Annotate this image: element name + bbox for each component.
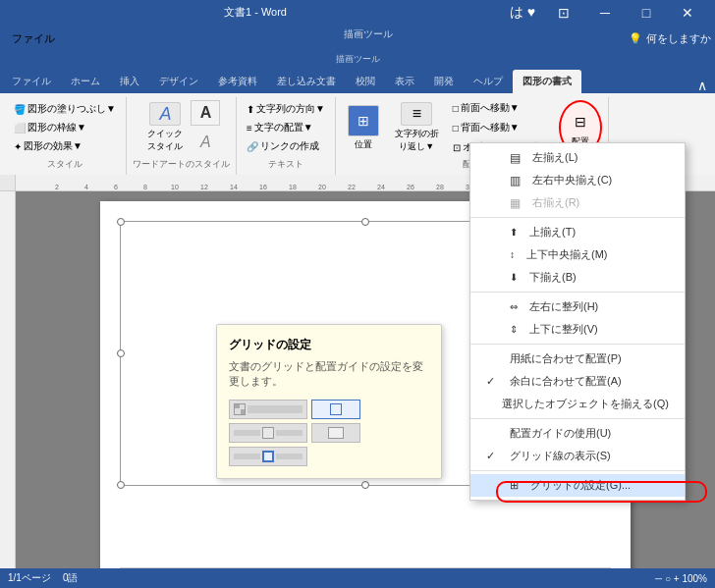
tab-insert[interactable]: 挿入 xyxy=(110,70,149,93)
wrap-text-btn[interactable]: ≡ 文字列の折り返し▼ xyxy=(389,100,445,155)
menu-item-right-align[interactable]: ▦ 右揃え(R) xyxy=(470,191,685,214)
handle-bl[interactable] xyxy=(117,481,125,489)
menu-item-fit-page[interactable]: 用紙に合わせて配置(P) xyxy=(470,347,685,370)
wrap-label: 文字列の折り返し▼ xyxy=(395,128,439,153)
handle-tl[interactable] xyxy=(117,218,125,226)
quickstyle-icon: A xyxy=(149,102,181,126)
tab-home[interactable]: ホーム xyxy=(61,70,110,93)
word-count: 0語 xyxy=(63,571,79,585)
menu-item-grid-settings[interactable]: ⊞ グリッドの設定(G)... xyxy=(470,474,685,497)
shape-outline-btn[interactable]: ⬜ 図形の枠線▼ xyxy=(10,119,120,136)
search-text[interactable]: 何をしますか xyxy=(646,31,711,46)
tooltip-description: 文書のグリッドと配置ガイドの設定を変更します。 xyxy=(229,359,429,390)
ribbon-group-text: ⬆ 文字列の方向▼ ≡ 文字の配置▼ 🔗 リンクの作成 テキスト xyxy=(237,97,336,175)
check-grid: ✓ xyxy=(486,450,502,462)
label-left-align: 左揃え(L) xyxy=(532,150,578,165)
menu-item-selected-obj[interactable]: 選択したオブジェクトを揃える(Q) xyxy=(470,393,685,415)
tab-references[interactable]: 参考資料 xyxy=(208,70,267,93)
tab-design[interactable]: デザイン xyxy=(149,70,208,93)
handle-tc[interactable] xyxy=(361,218,369,226)
tooltip-images xyxy=(229,400,429,466)
tooltip-img-3 xyxy=(229,447,307,466)
status-bar: 1/1ページ 0語 ─ ○ + 100% xyxy=(0,568,715,588)
align-icon: ⊟ xyxy=(567,108,594,135)
send-back-btn[interactable]: □ 背面へ移動▼ xyxy=(449,119,555,136)
tooltip-img-row-3 xyxy=(229,447,429,466)
effect-icon: ✦ xyxy=(14,141,22,152)
sep-2 xyxy=(470,292,685,293)
menu-item-use-guide[interactable]: 配置ガイドの使用(U) xyxy=(470,422,685,445)
tooltip-img-2b xyxy=(311,423,360,443)
link-label: リンクの作成 xyxy=(260,139,319,153)
menu-item-top-align[interactable]: ⬆ 上揃え(T) xyxy=(470,221,685,243)
icon-right: ▦ xyxy=(510,196,521,210)
sep-1 xyxy=(470,217,685,218)
menu-item-center-align[interactable]: ▥ 左右中央揃え(C) xyxy=(470,169,685,191)
icon-dist-h: ⇔ xyxy=(510,301,518,312)
close-button[interactable]: ✕ xyxy=(668,0,707,25)
ribbon-group-wordart: A クイックスタイル A A ワードアートのスタイル xyxy=(127,97,237,175)
text-style-a2[interactable]: A xyxy=(191,130,220,155)
icon-grid-settings: ⊞ xyxy=(510,479,519,492)
tooltip-img-row-2 xyxy=(229,423,429,443)
quickstyle-label: クイックスタイル xyxy=(147,128,183,153)
select-icon: ⊡ xyxy=(453,142,461,153)
position-label: 位置 xyxy=(355,138,372,151)
outline-label: 図形の枠線▼ xyxy=(28,121,86,134)
title-bar: 文書1 - Word は ♥ ⊡ ─ □ ✕ xyxy=(0,0,715,25)
text-align-btn[interactable]: ≡ 文字の配置▼ xyxy=(243,119,329,136)
zoom-controls[interactable]: ─ ○ + 100% xyxy=(655,573,707,584)
menu-item-left-align[interactable]: ▤ 左揃え(L) xyxy=(470,146,685,169)
quickstyle-btn[interactable]: A クイックスタイル xyxy=(141,100,189,155)
tooltip-img-1 xyxy=(229,400,307,419)
menu-item-distribute-h[interactable]: ⇔ 左右に整列(H) xyxy=(470,295,685,318)
label-show-grid: グリッド線の表示(S) xyxy=(510,449,611,463)
effect-label: 図形の効果▼ xyxy=(24,139,82,153)
label-fit-margin: 余白に合わせて配置(A) xyxy=(510,374,622,389)
minimize-button[interactable]: ─ xyxy=(585,0,625,25)
label-vmiddle-align: 上下中央揃え(M) xyxy=(526,247,608,262)
tab-mailings[interactable]: 差し込み文書 xyxy=(267,70,346,93)
label-distribute-v: 上下に整列(V) xyxy=(529,322,598,337)
position-btn[interactable]: ⊞ 位置 xyxy=(342,100,385,155)
window-user-icon[interactable]: は ♥ xyxy=(503,0,542,25)
menu-file[interactable]: ファイル xyxy=(4,27,63,50)
bring-forward-btn[interactable]: □ 前面へ移動▼ xyxy=(449,99,555,117)
check-fit-margin: ✓ xyxy=(486,375,502,388)
menu-item-distribute-v[interactable]: ⇕ 上下に整列(V) xyxy=(470,318,685,341)
window-options-icon[interactable]: ⊡ xyxy=(544,0,583,25)
text-style-a1[interactable]: A xyxy=(191,100,220,126)
fill-label: 図形の塗りつぶし▼ xyxy=(28,102,116,116)
handle-bc[interactable] xyxy=(361,481,369,489)
tab-format-shape[interactable]: 図形の書式 xyxy=(513,70,581,93)
window-controls: は ♥ ⊡ ─ □ ✕ xyxy=(503,0,707,25)
menu-item-show-grid[interactable]: ✓ グリッド線の表示(S) xyxy=(470,445,685,467)
label-center-align: 左右中央揃え(C) xyxy=(532,173,612,187)
tooltip-img-row-1 xyxy=(229,400,429,419)
page-info: 1/1ページ xyxy=(8,571,51,585)
shape-effect-btn[interactable]: ✦ 図形の効果▼ xyxy=(10,137,120,155)
shape-fill-btn[interactable]: 🪣 図形の塗りつぶし▼ xyxy=(10,100,120,118)
sep-4 xyxy=(470,418,685,419)
text-align-icon: ≡ xyxy=(247,123,252,134)
maximize-button[interactable]: □ xyxy=(627,0,666,25)
back-label: 背面へ移動▼ xyxy=(461,121,520,134)
tab-help[interactable]: ヘルプ xyxy=(464,70,513,93)
text-align-label: 文字の配置▼ xyxy=(254,121,313,134)
text-dir-icon: ⬆ xyxy=(247,104,254,115)
drawing-tools-header: 描画ツール xyxy=(336,53,380,66)
ribbon-collapse-btn[interactable]: ∧ xyxy=(689,78,715,93)
text-direction-btn[interactable]: ⬆ 文字列の方向▼ xyxy=(243,100,329,118)
ruler-vertical xyxy=(0,191,16,588)
link-create-btn[interactable]: 🔗 リンクの作成 xyxy=(243,137,329,155)
tab-dev[interactable]: 開発 xyxy=(424,70,464,93)
menu-item-bottom-align[interactable]: ⬇ 下揃え(B) xyxy=(470,266,685,289)
tab-view[interactable]: 表示 xyxy=(385,70,424,93)
menu-item-fit-margin[interactable]: ✓ 余白に合わせて配置(A) xyxy=(470,370,685,393)
handle-ml[interactable] xyxy=(117,349,125,357)
tab-review[interactable]: 校閲 xyxy=(346,70,385,93)
tab-file[interactable]: ファイル xyxy=(2,70,61,93)
position-icon: ⊞ xyxy=(348,105,379,136)
menu-item-vmiddle-align[interactable]: ↕ 上下中央揃え(M) xyxy=(470,243,685,266)
fill-icon: 🪣 xyxy=(14,104,26,115)
